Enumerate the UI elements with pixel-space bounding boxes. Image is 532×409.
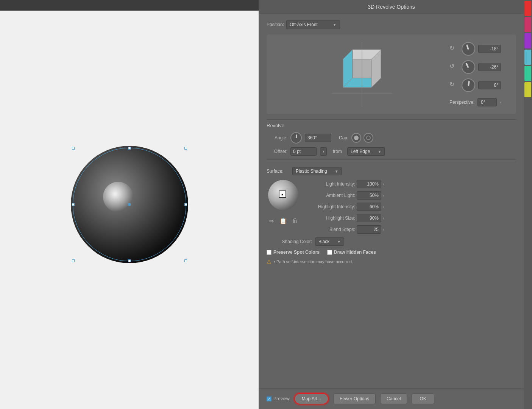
blend-steps-input[interactable] (357, 225, 381, 234)
sidebar-color-purple[interactable] (524, 33, 531, 48)
rotation-controls: ↻ ↺ ↻ (449, 42, 501, 106)
dialog-body: Position: Off-Axis Front ▼ (259, 14, 524, 388)
angle-dial[interactable] (290, 132, 302, 144)
offset-input[interactable] (290, 147, 317, 156)
sidebar-color-yellow[interactable] (524, 82, 531, 97)
highlight-handle[interactable]: ■ (279, 190, 286, 198)
blend-steps-arrow[interactable]: › (383, 228, 384, 232)
cancel-button[interactable]: Cancel (380, 393, 407, 404)
ambient-light-row: Ambient Light: › (306, 191, 516, 200)
position-dropdown[interactable]: Off-Axis Front ▼ (286, 20, 340, 29)
ambient-light-input[interactable] (357, 191, 381, 200)
ok-button[interactable]: OK (412, 393, 434, 404)
cap-label: Cap: (339, 135, 348, 140)
separator-2 (267, 159, 516, 160)
map-art-button[interactable]: Map Art... (294, 393, 329, 404)
x-dial[interactable] (462, 42, 475, 56)
draw-hidden-label: Draw Hidden Faces (334, 250, 376, 255)
offset-arrow-icon: › (323, 149, 324, 154)
canvas-area (0, 0, 259, 409)
move-light-button[interactable]: ⇒ (267, 216, 276, 225)
x-rotation-icon: ↻ (449, 44, 459, 53)
delete-light-button[interactable]: 🗑 (291, 216, 300, 225)
y-rotation-row: ↺ (449, 60, 501, 74)
perspective-label: Perspective: (449, 100, 474, 105)
preserve-spot-checkbox-item: Preserve Spot Colors (267, 250, 320, 255)
sidebar-color-green[interactable] (524, 66, 531, 81)
cap-open-icon (366, 136, 371, 140)
draw-hidden-checkbox[interactable] (327, 250, 332, 255)
add-light-button[interactable]: 📋 (279, 216, 288, 225)
handle-middle-right[interactable] (184, 203, 187, 206)
sidebar-color-teal[interactable] (524, 50, 531, 65)
cube-preview-svg (332, 42, 392, 106)
sphere-object[interactable] (71, 146, 188, 263)
preserve-spot-checkbox[interactable] (267, 250, 271, 255)
x-dial-indicator (466, 44, 469, 50)
y-dial[interactable] (462, 60, 475, 74)
3d-revolve-dialog: 3D Revolve Options Position: Off-Axis Fr… (259, 0, 524, 409)
handle-middle-left[interactable] (72, 203, 75, 206)
draw-hidden-checkbox-item: Draw Hidden Faces (327, 250, 376, 255)
y-rotation-icon: ↺ (449, 62, 459, 72)
angle-dial-indicator (296, 134, 297, 138)
ambient-light-arrow[interactable]: › (383, 194, 384, 198)
highlight-size-arrow[interactable]: › (383, 216, 384, 220)
highlight-intensity-row: Highlight Intensity: › (306, 203, 516, 211)
checkboxes-row: Preserve Spot Colors Draw Hidden Faces (267, 250, 516, 255)
perspective-chevron-icon[interactable]: › (500, 100, 501, 105)
lighting-sphere-preview[interactable]: ■ (268, 180, 298, 210)
cap-icons (351, 133, 373, 143)
light-intensity-input[interactable] (357, 180, 381, 188)
handle-top-right[interactable] (184, 147, 187, 150)
highlight-size-input[interactable] (357, 214, 381, 222)
cap-closed-button[interactable] (351, 133, 361, 143)
z-rotation-row: ↻ (449, 78, 501, 92)
offset-arrow-button[interactable]: › (320, 147, 327, 156)
artwork-canvas (42, 87, 217, 322)
shading-color-dropdown[interactable]: Black ▼ (315, 237, 344, 246)
center-handle[interactable] (128, 203, 131, 206)
z-dial-indicator (468, 81, 470, 86)
shading-color-chevron-icon: ▼ (337, 240, 341, 244)
preview-checkbox[interactable]: ✓ (267, 397, 271, 401)
angle-input[interactable] (305, 134, 331, 142)
sidebar-color-pink[interactable] (524, 17, 531, 32)
cap-open-button[interactable] (364, 133, 373, 143)
edge-chevron-icon: ▼ (378, 150, 381, 154)
warning-text: • Path self-intersection may have occurr… (274, 259, 353, 264)
sidebar-color-red[interactable] (524, 1, 531, 16)
handle-bottom-middle[interactable] (128, 259, 131, 262)
fewer-options-button[interactable]: Fewer Options (333, 393, 376, 404)
lighting-parameters: Light Intensity: › Ambient Light: › High… (306, 180, 516, 234)
y-angle-input[interactable] (478, 63, 501, 71)
light-intensity-label: Light Intensity: (306, 181, 355, 187)
sphere-controls: ⇒ 📋 🗑 (267, 216, 300, 225)
warning-row: ⚠ • Path self-intersection may have occu… (267, 259, 516, 265)
right-sidebar (524, 0, 532, 409)
preserve-spot-label: Preserve Spot Colors (273, 250, 320, 255)
3d-preview-area: ↻ ↺ ↻ (267, 34, 516, 114)
highlight-intensity-input[interactable] (357, 203, 381, 211)
perspective-value: 0° (477, 98, 497, 106)
revolve-section-label: Revolve (267, 123, 516, 128)
offset-label: Offset: (267, 149, 287, 154)
x-angle-input[interactable] (478, 45, 501, 53)
handle-bottom-right[interactable] (184, 259, 187, 262)
z-dial[interactable] (462, 78, 475, 92)
perspective-row: Perspective: 0° › (449, 98, 501, 106)
highlight-size-row: Highlight Size: › (306, 214, 516, 222)
handle-top-left[interactable] (72, 147, 75, 150)
light-intensity-arrow[interactable]: › (383, 182, 384, 186)
handle-bottom-left[interactable] (72, 259, 75, 262)
surface-dropdown[interactable]: Plastic Shading ▼ (292, 167, 342, 175)
edge-dropdown[interactable]: Left Edge ▼ (347, 147, 385, 156)
shading-color-label: Shading Color: (267, 239, 312, 244)
position-label: Position: (267, 22, 284, 27)
from-label: from (333, 149, 342, 154)
handle-top-middle[interactable] (128, 147, 131, 150)
lighting-area: ■ ⇒ 📋 🗑 Light Intensity: › (267, 180, 516, 234)
highlight-intensity-arrow[interactable]: › (383, 205, 384, 209)
z-angle-input[interactable] (478, 81, 501, 89)
preview-label: Preview (273, 396, 290, 401)
